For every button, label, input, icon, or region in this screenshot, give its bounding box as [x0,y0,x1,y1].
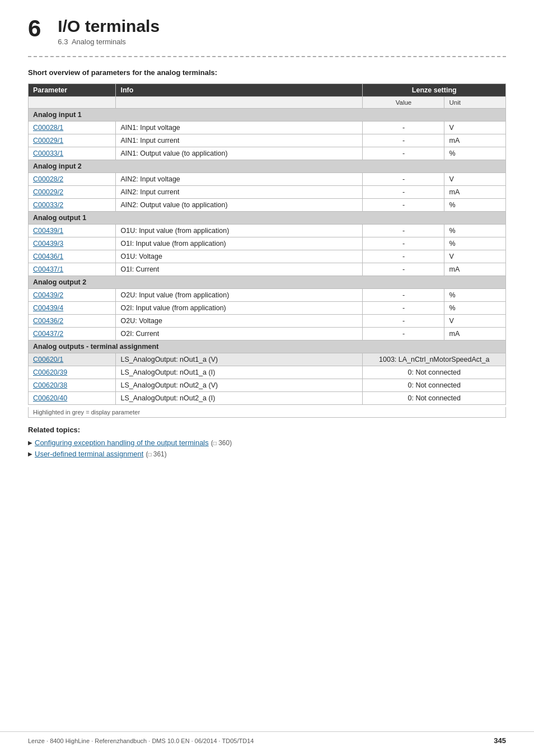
param-cell[interactable]: C00028/1 [29,122,116,134]
related-topics-list: ▶Configuring exception handling of the o… [28,438,506,458]
table-row: C00436/1O1U: Voltage-V [29,250,506,263]
value-wide-cell: 0: Not connected [363,366,506,379]
col-header-info: Info [116,84,363,97]
info-cell: O2I: Current [116,328,363,340]
arrow-icon: ▶ [28,451,32,457]
param-cell[interactable]: C00028/2 [29,173,116,186]
info-cell: O2U: Voltage [116,315,363,328]
info-cell: O1U: Voltage [116,250,363,263]
param-cell[interactable]: C00033/1 [29,147,116,160]
col-header-lenze-setting: Lenze setting [363,84,506,97]
info-cell: O2U: Input value (from application) [116,289,363,302]
table-group-row: Analog output 2 [29,276,506,289]
info-cell: LS_AnalogOutput: nOut2_a (I) [116,392,363,405]
info-cell: O1I: Input value (from application) [116,237,363,250]
chapter-titles: I/O terminals 6.3 Analog terminals [58,17,160,46]
footer-left: Lenze · 8400 HighLine · Referenzhandbuch… [28,738,254,744]
unit-cell: V [444,122,506,134]
unit-cell: % [444,147,506,160]
chapter-title: I/O terminals [58,17,160,35]
page-header: 6 I/O terminals 6.3 Analog terminals [28,17,506,46]
param-cell[interactable]: C00439/4 [29,302,116,315]
param-cell[interactable]: C00437/1 [29,263,116,276]
table-row: C00439/1O1U: Input value (from applicati… [29,225,506,237]
subheader-unit: Unit [444,97,506,109]
value-cell: - [363,225,444,237]
param-cell[interactable]: C00436/1 [29,250,116,263]
page-ref: (□ 360) [211,439,232,447]
dashed-separator [28,56,506,57]
unit-cell: V [444,315,506,328]
info-cell: AIN1: Input voltage [116,122,363,134]
value-cell: - [363,315,444,328]
table-row: C00029/2AIN2: Input current-mA [29,186,506,199]
value-cell: - [363,173,444,186]
info-cell: LS_AnalogOutput: nOut1_a (I) [116,366,363,379]
page-number: 345 [494,736,506,745]
table-group-row: Analog output 1 [29,212,506,225]
param-cell[interactable]: C00439/2 [29,289,116,302]
param-cell[interactable]: C00029/1 [29,134,116,147]
unit-cell: mA [444,263,506,276]
table-row: C00033/1AIN1: Output value (to applicati… [29,147,506,160]
value-wide-cell: 0: Not connected [363,379,506,392]
param-cell[interactable]: C00033/2 [29,199,116,212]
unit-cell: V [444,250,506,263]
table-group-row: Analog outputs - terminal assignment [29,340,506,353]
value-cell: - [363,302,444,315]
unit-cell: % [444,302,506,315]
related-topic-link[interactable]: Configuring exception handling of the ou… [35,438,209,447]
unit-cell: % [444,237,506,250]
param-cell[interactable]: C00620/39 [29,366,116,379]
list-item: ▶Configuring exception handling of the o… [28,438,506,447]
info-cell: AIN2: Input voltage [116,173,363,186]
unit-cell: mA [444,186,506,199]
page-footer: Lenze · 8400 HighLine · Referenzhandbuch… [0,731,534,745]
table-row: C00439/3O1I: Input value (from applicati… [29,237,506,250]
related-topics-heading: Related topics: [28,426,506,434]
table-row: C00437/2O2I: Current-mA [29,328,506,340]
param-cell[interactable]: C00439/1 [29,225,116,237]
table-row: C00029/1AIN1: Input current-mA [29,134,506,147]
value-cell: - [363,122,444,134]
value-wide-cell: 1003: LA_nCtrl_nMotorSpeedAct_a [363,353,506,366]
table-header-row: Parameter Info Lenze setting [29,84,506,97]
table-row: C00437/1O1I: Current-mA [29,263,506,276]
subheader-value: Value [363,97,444,109]
param-cell[interactable]: C00437/2 [29,328,116,340]
table-row: C00620/1LS_AnalogOutput: nOut1_a (V)1003… [29,353,506,366]
info-cell: O1I: Current [116,263,363,276]
param-cell[interactable]: C00620/1 [29,353,116,366]
info-cell: LS_AnalogOutput: nOut2_a (V) [116,379,363,392]
info-cell: AIN2: Output value (to application) [116,199,363,212]
param-cell[interactable]: C00439/3 [29,237,116,250]
value-cell: - [363,147,444,160]
section-heading: Short overview of parameters for the ana… [28,68,506,77]
unit-cell: mA [444,134,506,147]
page-ref: (□ 361) [146,450,166,458]
table-group-row: Analog input 1 [29,109,506,122]
table-row: C00439/4O2I: Input value (from applicati… [29,302,506,315]
table-row: C00620/39LS_AnalogOutput: nOut1_a (I)0: … [29,366,506,379]
param-cell[interactable]: C00029/2 [29,186,116,199]
info-cell: AIN1: Input current [116,134,363,147]
value-wide-cell: 0: Not connected [363,392,506,405]
chapter-subtitle: 6.3 Analog terminals [58,38,160,46]
value-cell: - [363,250,444,263]
related-topic-link[interactable]: User-defined terminal assignment [35,450,143,458]
param-cell[interactable]: C00436/2 [29,315,116,328]
table-subheader-row: Value Unit [29,97,506,109]
info-cell: AIN1: Output value (to application) [116,147,363,160]
list-item: ▶User-defined terminal assignment (□ 361… [28,450,506,458]
unit-cell: % [444,289,506,302]
value-cell: - [363,328,444,340]
info-cell: AIN2: Input current [116,186,363,199]
table-row: C00620/38LS_AnalogOutput: nOut2_a (V)0: … [29,379,506,392]
unit-cell: mA [444,328,506,340]
param-cell[interactable]: C00620/38 [29,379,116,392]
table-row: C00439/2O2U: Input value (from applicati… [29,289,506,302]
value-cell: - [363,289,444,302]
param-cell[interactable]: C00620/40 [29,392,116,405]
table-row: C00028/1AIN1: Input voltage-V [29,122,506,134]
table-note: Highlighted in grey = display parameter [28,407,506,418]
